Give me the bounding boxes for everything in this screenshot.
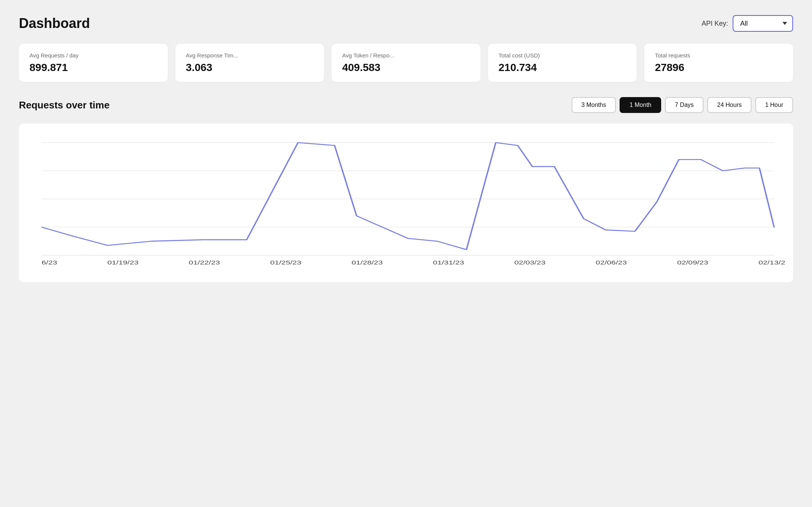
time-btn-24hours[interactable]: 24 Hours: [707, 97, 752, 113]
stat-card-total-cost: Total cost (USD) 210.734: [488, 44, 637, 82]
stat-value: 899.871: [29, 62, 157, 74]
stat-card-avg-requests-day: Avg Requests / day 899.871: [19, 44, 168, 82]
stat-card-avg-token-response: Avg Token / Respo... 409.583: [332, 44, 480, 82]
stat-value: 210.734: [499, 62, 626, 74]
stat-label: Avg Response Tim...: [186, 52, 314, 59]
svg-text:01/22/23: 01/22/23: [189, 260, 220, 266]
stat-card-avg-response-time: Avg Response Tim... 3.063: [175, 44, 324, 82]
stat-label: Total cost (USD): [499, 52, 626, 59]
svg-text:01/16/23: 01/16/23: [42, 260, 57, 266]
svg-text:01/19/23: 01/19/23: [107, 260, 138, 266]
svg-text:01/28/23: 01/28/23: [352, 260, 383, 266]
time-buttons: 3 Months1 Month7 Days24 Hours1 Hour: [572, 97, 793, 113]
chart-title: Requests over time: [19, 99, 110, 111]
svg-text:02/06/23: 02/06/23: [596, 260, 627, 266]
api-key-label: API Key:: [702, 20, 728, 28]
api-key-select[interactable]: All Key 1 Key 2: [733, 15, 793, 32]
chart-container: 050010001500200001/16/2301/19/2301/22/23…: [19, 124, 793, 282]
svg-text:02/13/23: 02/13/23: [758, 260, 786, 266]
svg-text:01/25/23: 01/25/23: [270, 260, 301, 266]
stat-value: 27896: [655, 62, 783, 74]
time-btn-7days[interactable]: 7 Days: [665, 97, 704, 113]
api-key-row: API Key: All Key 1 Key 2: [702, 15, 793, 32]
time-btn-1month[interactable]: 1 Month: [620, 97, 661, 113]
api-key-select-wrapper[interactable]: All Key 1 Key 2: [733, 15, 793, 32]
stat-card-total-requests: Total requests 27896: [644, 44, 793, 82]
svg-text:02/09/23: 02/09/23: [677, 260, 708, 266]
chart-svg: 050010001500200001/16/2301/19/2301/22/23…: [42, 135, 786, 275]
page-header: Dashboard API Key: All Key 1 Key 2: [19, 15, 793, 32]
stat-label: Avg Token / Respo...: [342, 52, 470, 59]
stats-row: Avg Requests / day 899.871 Avg Response …: [19, 44, 793, 82]
svg-text:02/03/23: 02/03/23: [514, 260, 545, 266]
chart-header: Requests over time 3 Months1 Month7 Days…: [19, 97, 793, 113]
stat-label: Avg Requests / day: [29, 52, 157, 59]
chart-section: Requests over time 3 Months1 Month7 Days…: [19, 97, 793, 282]
svg-text:01/31/23: 01/31/23: [433, 260, 464, 266]
stat-label: Total requests: [655, 52, 783, 59]
stat-value: 409.583: [342, 62, 470, 74]
time-btn-3months[interactable]: 3 Months: [572, 97, 616, 113]
page-title: Dashboard: [19, 15, 90, 31]
stat-value: 3.063: [186, 62, 314, 74]
time-btn-1hour[interactable]: 1 Hour: [755, 97, 793, 113]
